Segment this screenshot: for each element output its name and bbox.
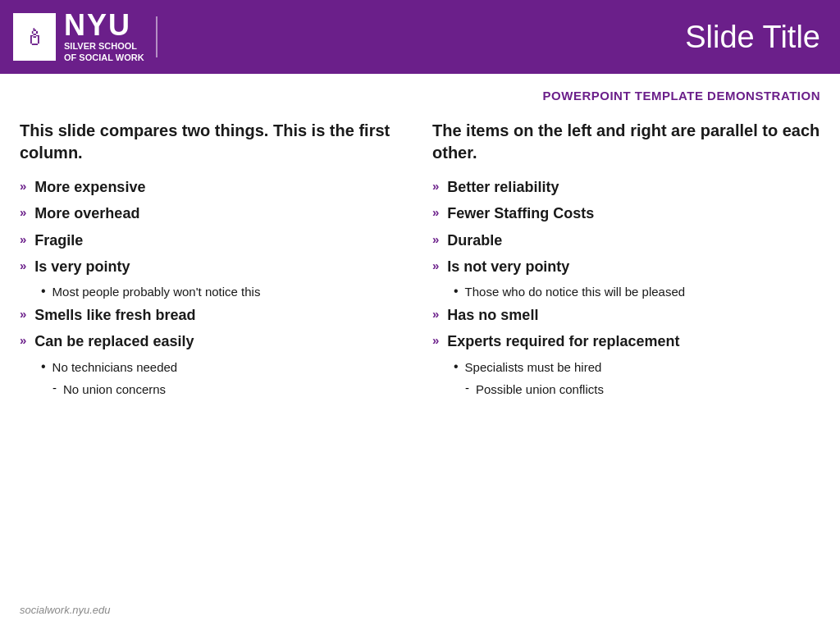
sub-text: Those who do notice this will be pleased xyxy=(465,283,686,300)
list-item: » More overhead xyxy=(20,203,408,223)
sub-text: Specialists must be hired xyxy=(465,358,602,376)
sub-item: • No technicians needed xyxy=(41,358,408,376)
dash-item: - No union concerns xyxy=(52,381,408,398)
item-text: Durable xyxy=(447,231,502,250)
nyu-logo: NYU xyxy=(64,11,144,40)
list-item: » Fragile xyxy=(20,231,408,250)
torch-icon: 🕯 xyxy=(23,24,46,51)
dash-list: - No union concerns xyxy=(52,381,408,398)
logo-box: 🕯 xyxy=(13,13,56,61)
left-column-heading: This slide compares two things. This is … xyxy=(20,120,408,164)
list-item: » Better reliability xyxy=(432,177,820,197)
chevron-icon: » xyxy=(432,333,439,347)
chevron-icon: » xyxy=(432,205,439,219)
chevron-icon: » xyxy=(432,232,439,246)
sub-list: • Those who do notice this will be pleas… xyxy=(454,283,820,300)
item-text: Is not very pointy xyxy=(447,257,569,276)
item-text: Has no smell xyxy=(447,305,538,325)
chevron-icon: » xyxy=(20,205,26,219)
item-text: Fragile xyxy=(34,231,83,250)
bullet-icon: • xyxy=(454,284,459,299)
chevron-icon: » xyxy=(432,307,439,321)
school-line1: SILVER SCHOOL xyxy=(64,40,144,52)
left-column: This slide compares two things. This is … xyxy=(20,120,408,403)
sub-text: No technicians needed xyxy=(52,358,178,376)
chevron-icon: » xyxy=(20,307,26,321)
list-item: » Has no smell xyxy=(432,305,820,325)
item-text: Fewer Staffing Costs xyxy=(447,203,594,223)
logo-text: NYU SILVER SCHOOL OF SOCIAL WORK xyxy=(64,11,144,64)
list-item: » Fewer Staffing Costs xyxy=(432,203,820,223)
main-content: This slide compares two things. This is … xyxy=(0,112,840,403)
chevron-icon: » xyxy=(20,232,26,246)
right-column: The items on the left and right are para… xyxy=(432,120,820,403)
logo-area: 🕯 NYU SILVER SCHOOL OF SOCIAL WORK xyxy=(13,11,161,64)
chevron-icon: » xyxy=(432,179,439,193)
logo-divider xyxy=(156,16,158,57)
dash-icon: - xyxy=(465,381,469,395)
bullet-icon: • xyxy=(454,359,459,374)
dash-list: - Possible union conflicts xyxy=(465,381,820,398)
slide-title: Slide Title xyxy=(685,20,820,55)
item-text: Can be replaced easily xyxy=(34,331,194,351)
list-item: » Can be replaced easily xyxy=(20,331,408,351)
bullet-icon: • xyxy=(41,359,46,374)
right-column-heading: The items on the left and right are para… xyxy=(432,120,820,164)
chevron-icon: » xyxy=(20,258,26,272)
chevron-icon: » xyxy=(20,333,26,347)
item-text: Experts required for replacement xyxy=(447,331,679,351)
item-text: More expensive xyxy=(34,177,145,197)
sub-list: • Most people probably won't notice this xyxy=(41,283,408,300)
dash-text: Possible union conflicts xyxy=(476,381,604,398)
chevron-icon: » xyxy=(20,179,26,193)
sub-item: • Those who do notice this will be pleas… xyxy=(454,283,820,300)
list-item: » Experts required for replacement xyxy=(432,331,820,351)
sub-list: • No technicians needed xyxy=(41,358,408,376)
list-item: » Smells like fresh bread xyxy=(20,305,408,325)
item-text: Smells like fresh bread xyxy=(34,305,195,325)
sub-text: Most people probably won't notice this xyxy=(52,283,261,300)
item-text: More overhead xyxy=(34,203,139,223)
item-text: Better reliability xyxy=(447,177,559,197)
footer: socialwork.nyu.edu xyxy=(20,602,111,617)
item-text: Is very pointy xyxy=(34,257,130,276)
dash-text: No union concerns xyxy=(63,381,166,398)
sub-item: • Most people probably won't notice this xyxy=(41,283,408,300)
dash-icon: - xyxy=(52,381,57,395)
school-line2: OF SOCIAL WORK xyxy=(64,52,144,63)
subtitle-bar: POWERPOINT TEMPLATE DEMONSTRATION xyxy=(0,74,840,112)
subtitle-label: POWERPOINT TEMPLATE DEMONSTRATION xyxy=(543,89,820,103)
dash-item: - Possible union conflicts xyxy=(465,381,820,398)
chevron-icon: » xyxy=(432,258,439,272)
bullet-icon: • xyxy=(41,284,46,299)
sub-list: • Specialists must be hired xyxy=(454,358,820,376)
list-item: » Durable xyxy=(432,231,820,250)
sub-item: • Specialists must be hired xyxy=(454,358,820,376)
list-item: » Is very pointy xyxy=(20,257,408,276)
header: 🕯 NYU SILVER SCHOOL OF SOCIAL WORK Slide… xyxy=(0,0,840,74)
list-item: » More expensive xyxy=(20,177,408,197)
footer-url: socialwork.nyu.edu xyxy=(20,604,111,616)
list-item: » Is not very pointy xyxy=(432,257,820,276)
